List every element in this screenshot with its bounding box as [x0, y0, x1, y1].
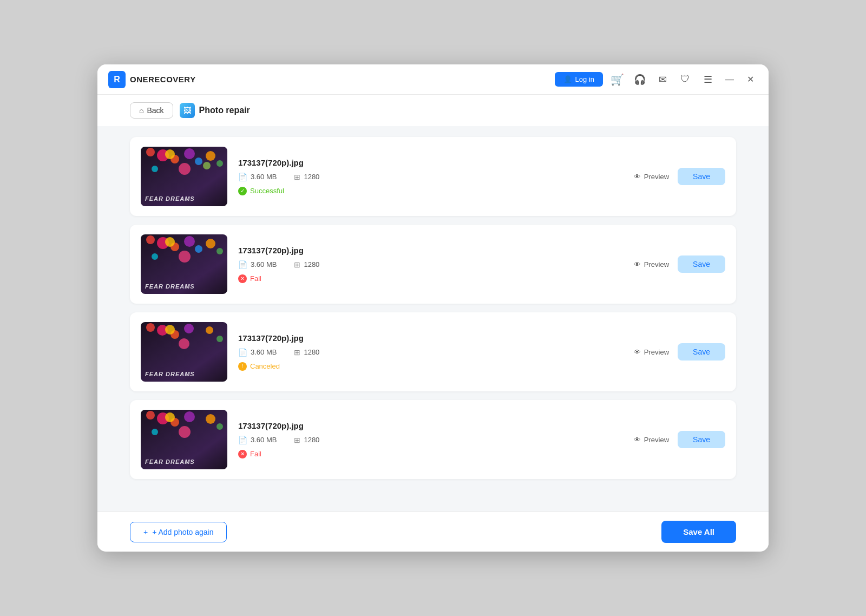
- save-button[interactable]: Save: [678, 168, 725, 185]
- watermark-text: FEAR DREAMS: [145, 371, 195, 377]
- photo-thumbnail: FEAR DREAMS: [141, 410, 227, 469]
- app-logo: R: [108, 71, 126, 88]
- resolution: ⊞ 1280: [294, 348, 319, 357]
- status-badge: ✕ Fail: [238, 274, 623, 283]
- photo-item: FEAR DREAMS 173137(720p).jpg 📄 3.60 MB ⊞…: [130, 400, 736, 479]
- menu-button[interactable]: ☰: [699, 71, 717, 88]
- photo-name: 173137(720p).jpg: [238, 421, 623, 430]
- close-button[interactable]: ✕: [743, 72, 758, 87]
- save-all-button[interactable]: Save All: [661, 521, 736, 543]
- file-icon: 📄: [238, 348, 247, 357]
- preview-button[interactable]: 👁 Preview: [634, 260, 669, 268]
- photo-actions: 👁 Preview Save: [634, 255, 725, 273]
- photo-info: 173137(720p).jpg 📄 3.60 MB ⊞ 1280 ✓ Succ…: [238, 158, 623, 195]
- eye-icon: 👁: [634, 173, 641, 181]
- resolution-icon: ⊞: [294, 436, 300, 444]
- watermark-text: FEAR DREAMS: [145, 458, 195, 465]
- photo-meta: 📄 3.60 MB ⊞ 1280: [238, 173, 623, 181]
- photo-info: 173137(720p).jpg 📄 3.60 MB ⊞ 1280 ✕ Fail: [238, 246, 623, 283]
- resolution: ⊞ 1280: [294, 260, 319, 269]
- photo-actions: 👁 Preview Save: [634, 431, 725, 448]
- photo-item: FEAR DREAMS 173137(720p).jpg 📄 3.60 MB ⊞…: [130, 225, 736, 304]
- file-icon: 📄: [238, 436, 247, 444]
- home-icon: ⌂: [139, 106, 143, 115]
- photo-item: FEAR DREAMS 173137(720p).jpg 📄 3.60 MB ⊞…: [130, 312, 736, 391]
- photo-actions: 👁 Preview Save: [634, 168, 725, 185]
- file-size: 📄 3.60 MB: [238, 173, 277, 181]
- save-button[interactable]: Save: [678, 343, 725, 361]
- photo-name: 173137(720p).jpg: [238, 246, 623, 255]
- file-icon: 📄: [238, 260, 247, 269]
- photo-thumbnail: FEAR DREAMS: [141, 234, 227, 294]
- preview-button[interactable]: 👁 Preview: [634, 348, 669, 356]
- status-badge: ✓ Successful: [238, 187, 623, 195]
- photo-repair-icon: 🖼: [180, 103, 195, 118]
- resolution-icon: ⊞: [294, 348, 300, 357]
- photo-meta: 📄 3.60 MB ⊞ 1280: [238, 436, 623, 444]
- eye-icon: 👁: [634, 436, 641, 444]
- titlebar: R ONERECOVERY 👤 Log in 🛒 🎧 ✉ 🛡 ☰ — ✕: [97, 64, 769, 95]
- app-name: ONERECOVERY: [130, 75, 196, 84]
- save-button[interactable]: Save: [678, 255, 725, 273]
- watermark-text: FEAR DREAMS: [145, 195, 195, 202]
- watermark-text: FEAR DREAMS: [145, 283, 195, 290]
- page-title-section: 🖼 Photo repair: [180, 103, 250, 118]
- status-dot: ✕: [238, 274, 247, 283]
- preview-button[interactable]: 👁 Preview: [634, 436, 669, 444]
- file-size: 📄 3.60 MB: [238, 348, 277, 357]
- photo-info: 173137(720p).jpg 📄 3.60 MB ⊞ 1280 ✕ Fail: [238, 421, 623, 458]
- eye-icon: 👁: [634, 260, 641, 268]
- page-title: Photo repair: [199, 106, 250, 115]
- photo-thumbnail: FEAR DREAMS: [141, 322, 227, 382]
- photo-info: 173137(720p).jpg 📄 3.60 MB ⊞ 1280 ! Canc…: [238, 333, 623, 371]
- mail-button[interactable]: ✉: [654, 71, 671, 88]
- photo-name: 173137(720p).jpg: [238, 158, 623, 167]
- resolution-icon: ⊞: [294, 260, 300, 269]
- photo-thumbnail: FEAR DREAMS: [141, 147, 227, 206]
- photo-name: 173137(720p).jpg: [238, 333, 623, 343]
- bottombar: + + Add photo again Save All: [97, 512, 769, 552]
- resolution: ⊞ 1280: [294, 173, 319, 181]
- preview-button[interactable]: 👁 Preview: [634, 173, 669, 181]
- resolution-icon: ⊞: [294, 173, 300, 181]
- eye-icon: 👁: [634, 348, 641, 356]
- cart-button[interactable]: 🛒: [608, 71, 626, 88]
- titlebar-right: 👤 Log in 🛒 🎧 ✉ 🛡 ☰ — ✕: [555, 71, 758, 88]
- status-dot: !: [238, 362, 247, 371]
- file-size: 📄 3.60 MB: [238, 436, 277, 444]
- minimize-button[interactable]: —: [722, 72, 737, 87]
- app-window: R ONERECOVERY 👤 Log in 🛒 🎧 ✉ 🛡 ☰ — ✕ ⌂ B…: [97, 64, 769, 552]
- back-button[interactable]: ⌂ Back: [130, 102, 173, 119]
- add-photo-button[interactable]: + + Add photo again: [130, 522, 227, 542]
- file-icon: 📄: [238, 173, 247, 181]
- shield-button[interactable]: 🛡: [677, 71, 694, 88]
- plus-icon: +: [143, 528, 148, 536]
- titlebar-left: R ONERECOVERY: [108, 71, 196, 88]
- photo-item: FEAR DREAMS 173137(720p).jpg 📄 3.60 MB ⊞…: [130, 137, 736, 216]
- user-icon: 👤: [563, 75, 572, 83]
- status-badge: ! Canceled: [238, 362, 623, 371]
- photo-meta: 📄 3.60 MB ⊞ 1280: [238, 260, 623, 269]
- navbar: ⌂ Back 🖼 Photo repair: [97, 95, 769, 126]
- login-button[interactable]: 👤 Log in: [555, 72, 603, 87]
- photo-meta: 📄 3.60 MB ⊞ 1280: [238, 348, 623, 357]
- status-badge: ✕ Fail: [238, 450, 623, 458]
- file-size: 📄 3.60 MB: [238, 260, 277, 269]
- status-dot: ✕: [238, 450, 247, 458]
- headset-button[interactable]: 🎧: [631, 71, 648, 88]
- save-button[interactable]: Save: [678, 431, 725, 448]
- resolution: ⊞ 1280: [294, 436, 319, 444]
- photo-actions: 👁 Preview Save: [634, 343, 725, 361]
- status-dot: ✓: [238, 187, 247, 195]
- content-area: FEAR DREAMS 173137(720p).jpg 📄 3.60 MB ⊞…: [97, 126, 769, 512]
